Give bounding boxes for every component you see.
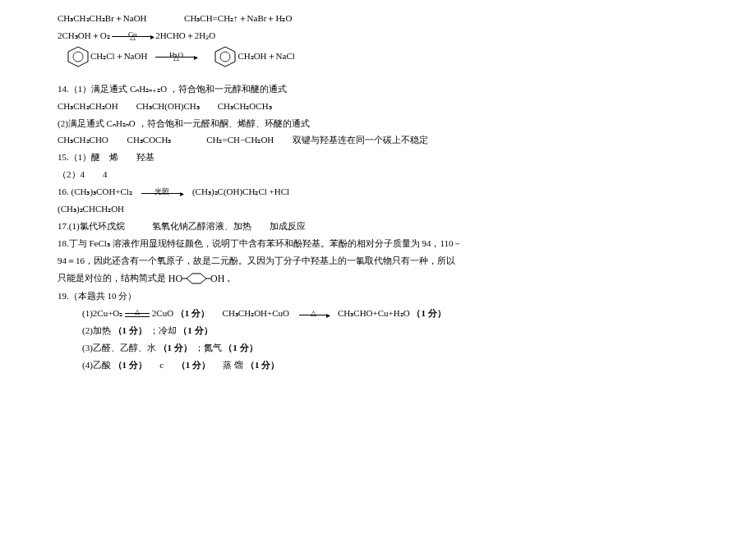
para-dihydroxybenzene-icon: HO OH [168, 269, 225, 288]
score-7: （1 分） [113, 360, 147, 370]
eq2-right: CH₃CHO+Cu+H₂O [338, 308, 410, 318]
q19-part2: (2)加热 （1 分） ；冷却 （1 分） [58, 322, 698, 339]
svg-marker-2 [215, 47, 235, 67]
score-8: （1 分） [177, 360, 210, 370]
score-3: （1 分） [113, 325, 147, 335]
q19-part4: (4)乙酸 （1 分） c （1 分） 蒸 馏 （1 分） [58, 357, 698, 374]
q18-line3: 只能是对位的，结构简式是 HO OH 。 [58, 269, 698, 288]
ans-4a: (4)乙酸 [82, 360, 111, 370]
arrow-condition-bot: △ [112, 30, 153, 44]
q16-extra: (CH₃)₂CHCH₂OH [58, 200, 698, 218]
eq-line-3: CH₂Cl＋NaOH H₂O ▸ △ CH₂OH＋NaCl [66, 46, 698, 67]
q18-prefix: 只能是对位的，结构简式是 [58, 273, 166, 283]
product-1: CH₃CH=CH₂↑＋NaBr＋H₂O [184, 13, 292, 23]
eq1-left: (1)2Cu+O₂ [82, 308, 122, 318]
eq1-right: 2CuO [152, 308, 173, 318]
ans-4c: 蒸 馏 [223, 360, 243, 370]
benzene-ring-icon [213, 46, 237, 67]
ans-2a: (2)加热 [82, 325, 111, 335]
reactant-2: 2CH₃OH＋O₂ [58, 30, 110, 40]
svg-point-1 [73, 52, 83, 62]
formula-c: CH₂=CH−CH₂OH [206, 135, 274, 145]
q14-part2-ans: CH₃CH₂CHO CH₃COCH₃ CH₂=CH−CH₂OH 双键与羟基连在同… [58, 131, 698, 149]
benzene-ring-icon [66, 46, 90, 67]
arrow-condition-bot: △ [155, 51, 196, 65]
score-6: （1 分） [224, 343, 257, 352]
score-5: （1 分） [159, 343, 192, 352]
note-d: 双键与羟基连在同一个碳上不稳定 [293, 135, 428, 145]
reactant-1: CH₃CH₂CH₂Br＋NaOH [58, 13, 147, 23]
q15-part2: （2）4 4 [58, 166, 698, 183]
score-4: （1 分） [178, 325, 212, 335]
q15-part1: 15.（1）醚 烯 羟基 [58, 149, 698, 166]
svg-marker-4 [187, 274, 206, 283]
score-2: （1 分） [412, 308, 445, 318]
ans-3a: (3)乙醛、乙醇、水 [82, 343, 156, 352]
q19-part3: (3)乙醛、乙醇、水 （1 分） ；氮气 （1 分） [58, 339, 698, 357]
q18-line1: 18.丁与 FeCl₃ 溶液作用显现特征颜色，说明丁中含有苯环和酚羟基。苯酚的相… [58, 235, 698, 252]
product-2: 2HCHO＋2H₂O [155, 30, 215, 40]
q16-eq: 16. (CH₃)₃COH+Cl₂ 光照 ▸ (CH₃)₂C(OH)CH₂Cl … [58, 183, 698, 200]
score-9: （1 分） [246, 360, 279, 370]
label-oh: OH [210, 269, 224, 288]
q19-header: 19.（本题共 10 分） [58, 288, 698, 305]
q14-part1: 14.（1）满足通式 CₙH₂ₙ₊₂O ，符合饱和一元醇和醚的通式 [58, 81, 698, 98]
reactant-3: CH₂Cl＋NaOH [90, 48, 147, 65]
equilibrium-arrow-icon: △ [125, 311, 150, 319]
score-1: （1 分） [176, 308, 210, 318]
q14-part2: (2)满足通式 CₙH₂ₙO ，符合饱和一元醛和酮、烯醇、环醚的通式 [58, 115, 698, 132]
svg-point-3 [220, 52, 230, 62]
product-16: (CH₃)₂C(OH)CH₂Cl +HCl [192, 186, 289, 196]
formula-a: CH₃CH₂CHO [58, 135, 108, 145]
q14-part1-ans: CH₃CH₂CH₂OH CH₃CH(OH)CH₃ CH₃CH₂OCH₃ [58, 98, 698, 115]
eq-line-2: 2CH₃OH＋O₂ Cu ▸ △ 2HCHO＋2H₂O [58, 27, 698, 44]
q18-line2: 94＝16，因此还含有一个氧原子，故是二元酚。又因为丁分子中羟基上的一氯取代物只… [58, 252, 698, 269]
product-3: CH₂OH＋NaCl [237, 48, 294, 65]
eq-line-1: CH₃CH₂CH₂Br＋NaOH CH₃CH=CH₂↑＋NaBr＋H₂O [58, 10, 698, 27]
formula-b: CH₃COCH₃ [127, 135, 172, 145]
document-page: CH₃CH₂CH₂Br＋NaOH CH₃CH=CH₂↑＋NaBr＋H₂O 2CH… [0, 0, 756, 384]
ans-4b: c [159, 360, 164, 370]
reactant-16: 16. (CH₃)₃COH+Cl₂ [58, 186, 132, 196]
svg-marker-0 [68, 47, 88, 67]
q18-suffix: 。 [227, 273, 236, 283]
q17: 17.(1)氯代环戊烷 氢氧化钠乙醇溶液、加热 加成反应 [58, 218, 698, 235]
q19-part1: (1)2Cu+O₂ △ 2CuO （1 分） CH₃CH₂OH+CuO △ ▸ … [58, 305, 698, 322]
eq2-left: CH₃CH₂OH+CuO [223, 308, 289, 318]
arrow-condition-top: 光照 [141, 185, 182, 199]
label-ho: HO [168, 269, 182, 288]
ans-3b: ；氮气 [195, 343, 222, 352]
ans-2b: ；冷却 [150, 325, 177, 335]
